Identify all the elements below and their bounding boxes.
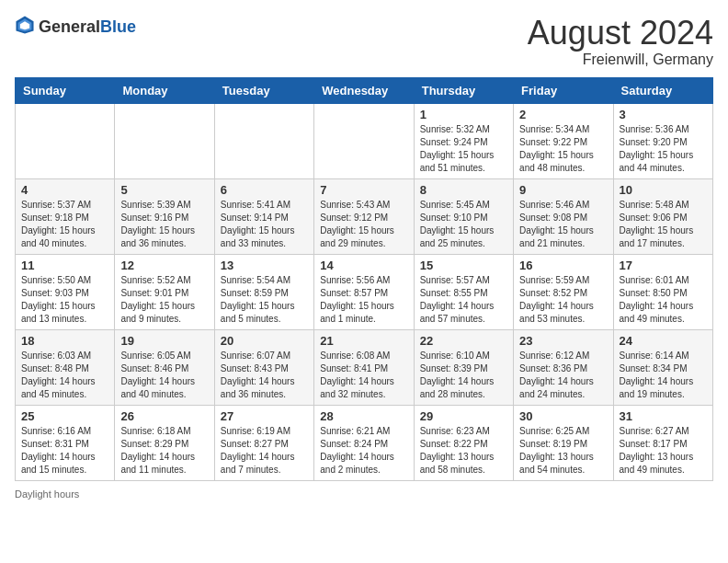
day-number: 16 bbox=[519, 259, 607, 272]
day-number: 21 bbox=[320, 334, 407, 348]
day-number: 11 bbox=[21, 259, 108, 272]
day-info: Sunrise: 6:08 AM Sunset: 8:41 PM Dayligh… bbox=[320, 350, 407, 401]
calendar-cell: 5Sunrise: 5:39 AM Sunset: 9:16 PM Daylig… bbox=[115, 178, 214, 254]
calendar-cell: 3Sunrise: 5:36 AM Sunset: 9:20 PM Daylig… bbox=[613, 103, 712, 178]
calendar-footer: Daylight hours bbox=[15, 488, 713, 500]
calendar-cell bbox=[314, 103, 414, 178]
day-number: 30 bbox=[519, 409, 607, 423]
day-number: 12 bbox=[120, 259, 208, 272]
day-info: Sunrise: 6:23 AM Sunset: 8:22 PM Dayligh… bbox=[420, 425, 507, 477]
calendar-cell: 8Sunrise: 5:45 AM Sunset: 9:10 PM Daylig… bbox=[414, 178, 513, 254]
day-info: Sunrise: 6:05 AM Sunset: 8:46 PM Dayligh… bbox=[120, 350, 208, 401]
calendar-cell: 9Sunrise: 5:46 AM Sunset: 9:08 PM Daylig… bbox=[514, 178, 613, 254]
calendar-week-row: 1Sunrise: 5:32 AM Sunset: 9:24 PM Daylig… bbox=[16, 103, 713, 178]
day-info: Sunrise: 5:39 AM Sunset: 9:16 PM Dayligh… bbox=[120, 199, 208, 250]
day-info: Sunrise: 6:27 AM Sunset: 8:17 PM Dayligh… bbox=[620, 425, 707, 477]
calendar-cell: 11Sunrise: 5:50 AM Sunset: 9:03 PM Dayli… bbox=[16, 254, 115, 329]
month-year-title: August 2024 bbox=[528, 15, 713, 52]
day-number: 18 bbox=[21, 334, 108, 348]
calendar-cell: 22Sunrise: 6:10 AM Sunset: 8:39 PM Dayli… bbox=[414, 329, 513, 405]
calendar-cell: 17Sunrise: 6:01 AM Sunset: 8:50 PM Dayli… bbox=[613, 254, 712, 329]
calendar-cell: 18Sunrise: 6:03 AM Sunset: 8:48 PM Dayli… bbox=[16, 329, 115, 405]
calendar-cell: 16Sunrise: 5:59 AM Sunset: 8:52 PM Dayli… bbox=[514, 254, 613, 329]
day-number: 8 bbox=[420, 183, 507, 197]
calendar-header-monday: Monday bbox=[115, 77, 214, 103]
day-number: 2 bbox=[519, 108, 607, 121]
calendar-cell: 2Sunrise: 5:34 AM Sunset: 9:22 PM Daylig… bbox=[514, 103, 613, 178]
calendar-table: SundayMondayTuesdayWednesdayThursdayFrid… bbox=[15, 77, 713, 481]
calendar-cell: 20Sunrise: 6:07 AM Sunset: 8:43 PM Dayli… bbox=[214, 329, 313, 405]
calendar-cell: 4Sunrise: 5:37 AM Sunset: 9:18 PM Daylig… bbox=[16, 178, 115, 254]
day-number: 24 bbox=[620, 334, 707, 348]
calendar-cell: 1Sunrise: 5:32 AM Sunset: 9:24 PM Daylig… bbox=[414, 103, 513, 178]
logo-text-blue: Blue bbox=[100, 17, 136, 36]
day-number: 19 bbox=[120, 334, 208, 348]
calendar-week-row: 4Sunrise: 5:37 AM Sunset: 9:18 PM Daylig… bbox=[16, 178, 713, 254]
title-area: August 2024 Freienwill, Germany bbox=[528, 15, 713, 68]
calendar-cell: 19Sunrise: 6:05 AM Sunset: 8:46 PM Dayli… bbox=[115, 329, 214, 405]
calendar-header-thursday: Thursday bbox=[414, 77, 513, 103]
calendar-cell bbox=[115, 103, 214, 178]
day-number: 1 bbox=[420, 108, 507, 121]
day-info: Sunrise: 6:18 AM Sunset: 8:29 PM Dayligh… bbox=[120, 425, 208, 477]
day-number: 10 bbox=[620, 183, 707, 197]
calendar-cell: 7Sunrise: 5:43 AM Sunset: 9:12 PM Daylig… bbox=[314, 178, 414, 254]
day-info: Sunrise: 6:07 AM Sunset: 8:43 PM Dayligh… bbox=[221, 350, 308, 401]
day-info: Sunrise: 6:01 AM Sunset: 8:50 PM Dayligh… bbox=[620, 274, 707, 326]
location-title: Freienwill, Germany bbox=[528, 52, 713, 68]
day-info: Sunrise: 5:52 AM Sunset: 9:01 PM Dayligh… bbox=[120, 274, 208, 326]
calendar-week-row: 25Sunrise: 6:16 AM Sunset: 8:31 PM Dayli… bbox=[16, 405, 713, 480]
calendar-header-row: SundayMondayTuesdayWednesdayThursdayFrid… bbox=[16, 77, 713, 103]
calendar-cell: 23Sunrise: 6:12 AM Sunset: 8:36 PM Dayli… bbox=[514, 329, 613, 405]
day-info: Sunrise: 6:14 AM Sunset: 8:34 PM Dayligh… bbox=[620, 350, 707, 401]
calendar-cell: 12Sunrise: 5:52 AM Sunset: 9:01 PM Dayli… bbox=[115, 254, 214, 329]
day-info: Sunrise: 5:59 AM Sunset: 8:52 PM Dayligh… bbox=[519, 274, 607, 326]
calendar-cell: 29Sunrise: 6:23 AM Sunset: 8:22 PM Dayli… bbox=[414, 405, 513, 480]
calendar-cell: 21Sunrise: 6:08 AM Sunset: 8:41 PM Dayli… bbox=[314, 329, 414, 405]
day-number: 27 bbox=[221, 409, 308, 423]
calendar-cell: 25Sunrise: 6:16 AM Sunset: 8:31 PM Dayli… bbox=[16, 405, 115, 480]
day-number: 17 bbox=[620, 259, 707, 272]
calendar-header-saturday: Saturday bbox=[613, 77, 712, 103]
calendar-cell: 13Sunrise: 5:54 AM Sunset: 8:59 PM Dayli… bbox=[214, 254, 313, 329]
day-number: 28 bbox=[320, 409, 407, 423]
page-header: GeneralBlue August 2024 Freienwill, Germ… bbox=[15, 15, 713, 68]
day-number: 25 bbox=[21, 409, 108, 423]
day-number: 5 bbox=[120, 183, 208, 197]
day-info: Sunrise: 6:21 AM Sunset: 8:24 PM Dayligh… bbox=[320, 425, 407, 477]
calendar-cell: 10Sunrise: 5:48 AM Sunset: 9:06 PM Dayli… bbox=[613, 178, 712, 254]
calendar-cell bbox=[16, 103, 115, 178]
calendar-week-row: 11Sunrise: 5:50 AM Sunset: 9:03 PM Dayli… bbox=[16, 254, 713, 329]
day-number: 22 bbox=[420, 334, 507, 348]
day-info: Sunrise: 5:37 AM Sunset: 9:18 PM Dayligh… bbox=[21, 199, 108, 250]
calendar-week-row: 18Sunrise: 6:03 AM Sunset: 8:48 PM Dayli… bbox=[16, 329, 713, 405]
day-number: 14 bbox=[320, 259, 407, 272]
calendar-cell: 28Sunrise: 6:21 AM Sunset: 8:24 PM Dayli… bbox=[314, 405, 414, 480]
day-number: 29 bbox=[420, 409, 507, 423]
day-number: 4 bbox=[21, 183, 108, 197]
day-info: Sunrise: 5:34 AM Sunset: 9:22 PM Dayligh… bbox=[519, 123, 607, 175]
day-info: Sunrise: 5:46 AM Sunset: 9:08 PM Dayligh… bbox=[519, 199, 607, 250]
calendar-cell bbox=[214, 103, 313, 178]
day-number: 26 bbox=[120, 409, 208, 423]
daylight-label: Daylight hours bbox=[15, 488, 79, 500]
day-info: Sunrise: 6:12 AM Sunset: 8:36 PM Dayligh… bbox=[519, 350, 607, 401]
day-info: Sunrise: 5:45 AM Sunset: 9:10 PM Dayligh… bbox=[420, 199, 507, 250]
day-number: 13 bbox=[221, 259, 308, 272]
day-info: Sunrise: 5:36 AM Sunset: 9:20 PM Dayligh… bbox=[620, 123, 707, 175]
calendar-cell: 14Sunrise: 5:56 AM Sunset: 8:57 PM Dayli… bbox=[314, 254, 414, 329]
logo: GeneralBlue bbox=[15, 15, 136, 39]
calendar-header-sunday: Sunday bbox=[16, 77, 115, 103]
calendar-cell: 6Sunrise: 5:41 AM Sunset: 9:14 PM Daylig… bbox=[214, 178, 313, 254]
day-info: Sunrise: 5:43 AM Sunset: 9:12 PM Dayligh… bbox=[320, 199, 407, 250]
calendar-header-wednesday: Wednesday bbox=[314, 77, 414, 103]
calendar-header-friday: Friday bbox=[514, 77, 613, 103]
calendar-cell: 30Sunrise: 6:25 AM Sunset: 8:19 PM Dayli… bbox=[514, 405, 613, 480]
day-number: 15 bbox=[420, 259, 507, 272]
day-number: 31 bbox=[620, 409, 707, 423]
calendar-cell: 26Sunrise: 6:18 AM Sunset: 8:29 PM Dayli… bbox=[115, 405, 214, 480]
logo-text-general: General bbox=[39, 17, 100, 36]
calendar-cell: 15Sunrise: 5:57 AM Sunset: 8:55 PM Dayli… bbox=[414, 254, 513, 329]
day-number: 6 bbox=[221, 183, 308, 197]
day-info: Sunrise: 6:16 AM Sunset: 8:31 PM Dayligh… bbox=[21, 425, 108, 477]
